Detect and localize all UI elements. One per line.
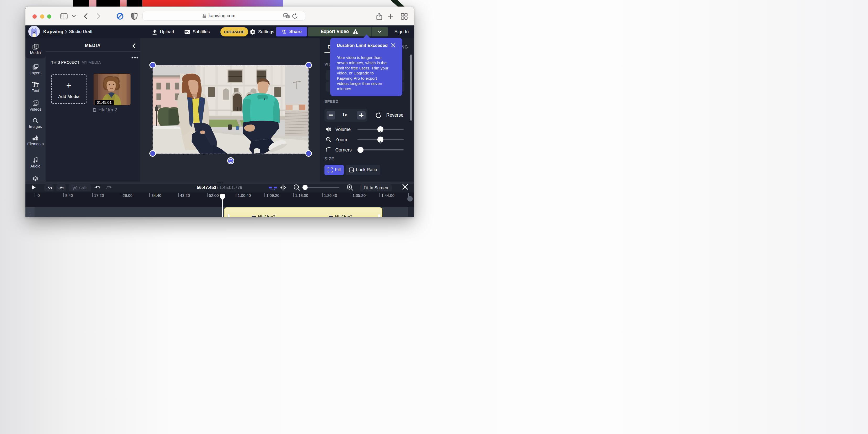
svg-text:x: x: [287, 16, 288, 18]
